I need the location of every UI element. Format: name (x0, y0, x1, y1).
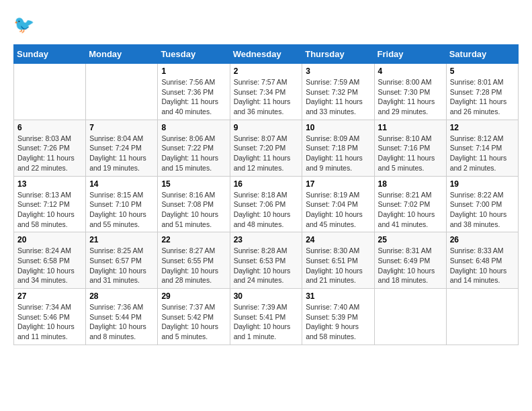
sunrise-time: Sunrise: 7:56 AM (161, 78, 215, 86)
sunrise-time: Sunrise: 8:18 AM (234, 191, 287, 199)
daylight-hours: Daylight: 11 hours and 12 minutes. (234, 154, 291, 172)
day-info: Sunrise: 8:04 AMSunset: 7:24 PMDaylight:… (89, 134, 154, 173)
calendar-cell: 5Sunrise: 8:01 AMSunset: 7:28 PMDaylight… (446, 64, 518, 120)
calendar-cell: 16Sunrise: 8:18 AMSunset: 7:06 PMDayligh… (230, 176, 302, 232)
calendar-cell: 6Sunrise: 8:03 AMSunset: 7:26 PMDaylight… (14, 120, 86, 176)
sunset-time: Sunset: 5:44 PM (89, 313, 142, 321)
sunset-time: Sunset: 7:04 PM (306, 200, 358, 208)
day-number: 18 (378, 179, 443, 189)
day-info: Sunrise: 8:01 AMSunset: 7:28 PMDaylight:… (450, 77, 515, 117)
sunrise-time: Sunrise: 7:59 AM (306, 78, 359, 86)
day-number: 26 (450, 235, 515, 244)
day-info: Sunrise: 8:12 AMSunset: 7:14 PMDaylight:… (450, 134, 515, 173)
sunset-time: Sunset: 7:02 PM (378, 200, 431, 208)
day-info: Sunrise: 8:27 AMSunset: 6:55 PMDaylight:… (161, 246, 226, 285)
daylight-hours: Daylight: 10 hours and 34 minutes. (17, 267, 75, 285)
calendar-cell (446, 289, 518, 345)
day-info: Sunrise: 8:07 AMSunset: 7:20 PMDaylight:… (234, 134, 299, 173)
sunset-time: Sunset: 7:26 PM (17, 144, 70, 152)
sunset-time: Sunset: 6:49 PM (378, 257, 431, 265)
sunrise-time: Sunrise: 8:00 AM (378, 78, 432, 86)
daylight-hours: Daylight: 10 hours and 11 minutes. (17, 322, 75, 340)
sunset-time: Sunset: 6:51 PM (306, 257, 358, 265)
day-number: 4 (378, 66, 443, 76)
sunset-time: Sunset: 5:42 PM (161, 313, 214, 321)
sunset-time: Sunset: 7:10 PM (89, 200, 142, 208)
weekday-header-thursday: Thursday (302, 45, 374, 64)
day-number: 5 (450, 66, 515, 76)
day-info: Sunrise: 8:18 AMSunset: 7:06 PMDaylight:… (234, 190, 299, 230)
sunset-time: Sunset: 7:34 PM (234, 88, 286, 96)
daylight-hours: Daylight: 10 hours and 41 minutes. (378, 210, 435, 228)
calendar-cell: 29Sunrise: 7:37 AMSunset: 5:42 PMDayligh… (158, 289, 230, 345)
day-number: 24 (306, 235, 370, 244)
sunrise-time: Sunrise: 8:33 AM (450, 246, 504, 255)
sunrise-time: Sunrise: 8:09 AM (306, 134, 359, 142)
day-info: Sunrise: 8:16 AMSunset: 7:08 PMDaylight:… (161, 190, 226, 230)
day-number: 19 (450, 179, 515, 189)
day-info: Sunrise: 8:10 AMSunset: 7:16 PMDaylight:… (378, 134, 443, 173)
daylight-hours: Daylight: 11 hours and 15 minutes. (161, 154, 218, 172)
daylight-hours: Daylight: 10 hours and 38 minutes. (450, 210, 507, 228)
day-info: Sunrise: 8:06 AMSunset: 7:22 PMDaylight:… (161, 134, 226, 173)
daylight-hours: Daylight: 10 hours and 31 minutes. (89, 267, 146, 285)
calendar-cell: 27Sunrise: 7:34 AMSunset: 5:46 PMDayligh… (14, 289, 86, 345)
sunset-time: Sunset: 6:57 PM (89, 257, 142, 265)
sunrise-time: Sunrise: 8:21 AM (378, 191, 432, 199)
daylight-hours: Daylight: 11 hours and 9 minutes. (306, 154, 363, 172)
weekday-header-sunday: Sunday (14, 45, 86, 64)
sunrise-time: Sunrise: 8:07 AM (234, 134, 287, 142)
sunrise-time: Sunrise: 7:34 AM (17, 303, 71, 311)
day-info: Sunrise: 8:30 AMSunset: 6:51 PMDaylight:… (306, 246, 370, 285)
calendar-cell (14, 64, 86, 120)
day-info: Sunrise: 8:03 AMSunset: 7:26 PMDaylight:… (17, 134, 82, 173)
daylight-hours: Daylight: 11 hours and 22 minutes. (17, 154, 75, 172)
calendar-cell: 14Sunrise: 8:15 AMSunset: 7:10 PMDayligh… (86, 176, 158, 232)
daylight-hours: Daylight: 10 hours and 1 minute. (234, 322, 291, 340)
daylight-hours: Daylight: 10 hours and 45 minutes. (306, 210, 363, 228)
calendar-cell: 28Sunrise: 7:36 AMSunset: 5:44 PMDayligh… (86, 289, 158, 345)
day-info: Sunrise: 8:00 AMSunset: 7:30 PMDaylight:… (378, 77, 443, 117)
day-number: 7 (89, 123, 154, 132)
sunset-time: Sunset: 7:08 PM (161, 200, 214, 208)
weekday-header-tuesday: Tuesday (158, 45, 230, 64)
day-number: 6 (17, 123, 82, 132)
sunset-time: Sunset: 7:00 PM (450, 200, 502, 208)
day-info: Sunrise: 8:15 AMSunset: 7:10 PMDaylight:… (89, 190, 154, 230)
day-number: 25 (378, 235, 443, 244)
sunrise-time: Sunrise: 7:39 AM (234, 303, 287, 311)
sunset-time: Sunset: 7:24 PM (89, 144, 142, 152)
day-number: 12 (450, 123, 515, 132)
sunrise-time: Sunrise: 7:36 AM (89, 303, 143, 311)
logo-icon: 🐦 (13, 13, 38, 38)
sunset-time: Sunset: 6:53 PM (234, 257, 286, 265)
calendar-table: SundayMondayTuesdayWednesdayThursdayFrid… (13, 44, 519, 345)
sunrise-time: Sunrise: 8:30 AM (306, 246, 359, 255)
calendar-cell: 2Sunrise: 7:57 AMSunset: 7:34 PMDaylight… (230, 64, 302, 120)
calendar-header-row: SundayMondayTuesdayWednesdayThursdayFrid… (14, 45, 519, 64)
day-number: 22 (161, 235, 226, 244)
calendar-cell: 1Sunrise: 7:56 AMSunset: 7:36 PMDaylight… (158, 64, 230, 120)
daylight-hours: Daylight: 9 hours and 58 minutes. (306, 322, 359, 340)
calendar-week-3: 13Sunrise: 8:13 AMSunset: 7:12 PMDayligh… (14, 176, 519, 232)
daylight-hours: Daylight: 10 hours and 8 minutes. (89, 322, 146, 340)
day-number: 20 (17, 235, 82, 244)
sunset-time: Sunset: 6:55 PM (161, 257, 214, 265)
sunrise-time: Sunrise: 8:04 AM (89, 134, 143, 142)
sunrise-time: Sunrise: 8:27 AM (161, 246, 215, 255)
daylight-hours: Daylight: 10 hours and 55 minutes. (89, 210, 146, 228)
day-number: 16 (234, 179, 299, 189)
calendar-cell (86, 64, 158, 120)
sunrise-time: Sunrise: 8:01 AM (450, 78, 504, 86)
day-info: Sunrise: 8:25 AMSunset: 6:57 PMDaylight:… (89, 246, 154, 285)
sunrise-time: Sunrise: 8:06 AM (161, 134, 215, 142)
sunset-time: Sunset: 7:18 PM (306, 144, 358, 152)
calendar-week-2: 6Sunrise: 8:03 AMSunset: 7:26 PMDaylight… (14, 120, 519, 176)
daylight-hours: Daylight: 10 hours and 18 minutes. (378, 267, 435, 285)
sunrise-time: Sunrise: 8:16 AM (161, 191, 215, 199)
sunrise-time: Sunrise: 7:40 AM (306, 303, 359, 311)
calendar-cell: 25Sunrise: 8:31 AMSunset: 6:49 PMDayligh… (374, 232, 446, 289)
weekday-header-wednesday: Wednesday (230, 45, 302, 64)
day-number: 9 (234, 123, 299, 132)
weekday-header-monday: Monday (86, 45, 158, 64)
